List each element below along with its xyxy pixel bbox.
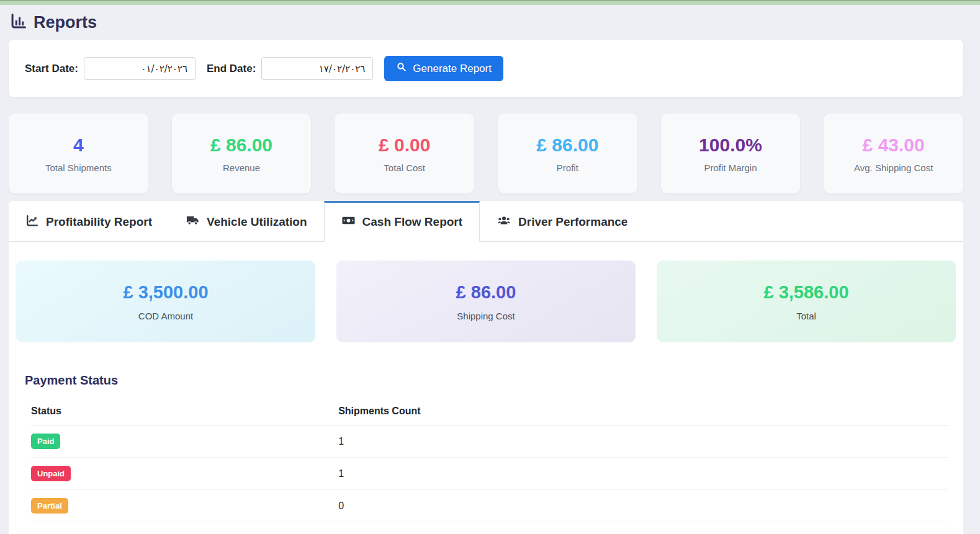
shipping-cost-card: £ 86.00 Shipping Cost bbox=[336, 260, 636, 342]
cod-amount-value: £ 3,500.00 bbox=[123, 282, 208, 303]
stat-label: Revenue bbox=[223, 162, 260, 173]
table-row: Partial 0 bbox=[31, 490, 948, 522]
tab-profitability-report[interactable]: Profitability Report bbox=[9, 201, 169, 242]
status-badge-paid: Paid bbox=[31, 434, 60, 449]
stat-label: Avg. Shipping Cost bbox=[854, 162, 933, 173]
stat-label: Profit Margin bbox=[704, 162, 757, 173]
end-date-input[interactable] bbox=[261, 57, 373, 80]
tab-label: Profitability Report bbox=[46, 215, 152, 229]
shipping-cost-value: £ 86.00 bbox=[456, 282, 516, 303]
generate-report-button[interactable]: Generate Report bbox=[384, 56, 503, 81]
table-row: Paid 1 bbox=[31, 425, 948, 458]
stat-card-avg-shipping-cost: £ 43.00 Avg. Shipping Cost bbox=[824, 113, 963, 194]
truck-icon bbox=[186, 213, 200, 231]
status-badge-partial: Partial bbox=[31, 498, 68, 514]
column-header-status: Status bbox=[31, 398, 338, 425]
total-value: £ 3,586.00 bbox=[763, 282, 848, 303]
stat-card-revenue: £ 86.00 Revenue bbox=[172, 113, 312, 194]
stat-value: £ 0.00 bbox=[379, 135, 430, 156]
stat-label: Total Cost bbox=[384, 162, 425, 173]
stat-value: 100.0% bbox=[699, 135, 762, 156]
stat-value: £ 86.00 bbox=[210, 135, 272, 156]
stat-value: 4 bbox=[73, 135, 84, 156]
cod-amount-card: £ 3,500.00 COD Amount bbox=[16, 260, 315, 342]
stats-summary-row: 4 Total Shipments £ 86.00 Revenue £ 0.00… bbox=[9, 113, 963, 194]
tab-cash-flow-report[interactable]: Cash Flow Report bbox=[324, 201, 480, 242]
shipping-cost-label: Shipping Cost bbox=[457, 311, 515, 321]
total-card: £ 3,586.00 Total bbox=[657, 260, 956, 342]
shipments-count-value: 1 bbox=[338, 458, 948, 490]
payment-status-table: Status Shipments Count Paid 1 Unpaid 1 P… bbox=[31, 398, 948, 522]
report-tabs: Profitability Report Vehicle Utilization… bbox=[9, 201, 963, 242]
cash-flow-report-panel: £ 3,500.00 COD Amount £ 86.00 Shipping C… bbox=[9, 242, 963, 534]
report-filter-bar: Start Date: End Date: Generate Report bbox=[9, 40, 963, 97]
stat-value: £ 43.00 bbox=[863, 135, 925, 156]
start-date-input[interactable] bbox=[84, 57, 196, 80]
table-row: Unpaid 1 bbox=[31, 458, 948, 490]
stat-card-total-cost: £ 0.00 Total Cost bbox=[335, 113, 474, 194]
shipments-count-value: 1 bbox=[338, 425, 948, 458]
bar-chart-icon bbox=[10, 12, 27, 32]
stat-card-profit-margin: 100.0% Profit Margin bbox=[661, 113, 801, 194]
top-accent-strip bbox=[0, 0, 980, 5]
search-icon bbox=[396, 61, 407, 76]
end-date-label: End Date: bbox=[207, 63, 256, 75]
stat-label: Total Shipments bbox=[45, 162, 112, 173]
tab-driver-performance[interactable]: Driver Performance bbox=[480, 201, 644, 242]
shipments-count-value: 0 bbox=[338, 490, 948, 522]
stat-card-profit: £ 86.00 Profit bbox=[498, 113, 637, 194]
stat-value: £ 86.00 bbox=[536, 135, 598, 156]
tab-label: Vehicle Utilization bbox=[207, 215, 307, 229]
tab-label: Cash Flow Report bbox=[362, 215, 463, 229]
tab-vehicle-utilization[interactable]: Vehicle Utilization bbox=[169, 201, 324, 242]
money-bill-icon bbox=[341, 213, 356, 231]
cash-flow-cards: £ 3,500.00 COD Amount £ 86.00 Shipping C… bbox=[16, 260, 956, 342]
column-header-shipments-count: Shipments Count bbox=[338, 398, 948, 425]
tab-label: Driver Performance bbox=[518, 215, 627, 229]
start-date-label: Start Date: bbox=[25, 63, 78, 75]
cod-amount-label: COD Amount bbox=[138, 311, 193, 321]
chart-line-icon bbox=[25, 214, 39, 231]
page-title: Reports bbox=[34, 13, 97, 32]
payment-status-heading: Payment Status bbox=[25, 373, 956, 388]
total-label: Total bbox=[796, 311, 816, 321]
users-icon bbox=[497, 213, 511, 231]
tabs-filler bbox=[644, 201, 963, 242]
stat-label: Profit bbox=[557, 162, 578, 173]
page-header: Reports bbox=[0, 5, 980, 32]
generate-report-label: Generate Report bbox=[413, 63, 492, 75]
status-badge-unpaid: Unpaid bbox=[31, 466, 71, 481]
stat-card-total-shipments: 4 Total Shipments bbox=[9, 113, 148, 194]
